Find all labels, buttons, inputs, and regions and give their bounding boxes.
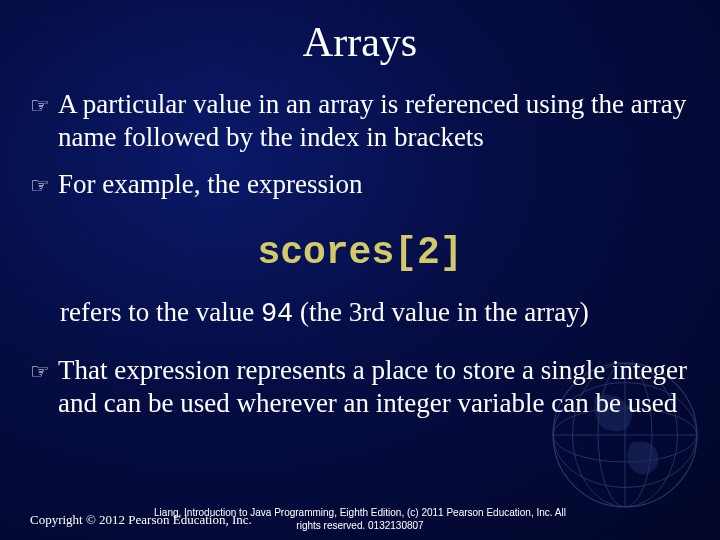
copyright-text: Copyright © 2012 Pearson Education, Inc. bbox=[30, 512, 252, 528]
slide-content: ☞ A particular value in an array is refe… bbox=[0, 66, 720, 419]
refer-prefix: refers to the value bbox=[60, 297, 261, 327]
slide-title: Arrays bbox=[0, 0, 720, 66]
bullet-text: A particular value in an array is refere… bbox=[58, 88, 690, 154]
bullet-text: For example, the expression bbox=[58, 168, 690, 201]
bullet-item: ☞ That expression represents a place to … bbox=[30, 354, 690, 420]
footer: Liang, Introduction to Java Programming,… bbox=[0, 507, 720, 532]
finger-icon: ☞ bbox=[30, 173, 50, 200]
bullet-item: ☞ For example, the expression bbox=[30, 168, 690, 201]
finger-icon: ☞ bbox=[30, 93, 50, 120]
refer-suffix: (the 3rd value in the array) bbox=[293, 297, 588, 327]
code-text: scores[2] bbox=[257, 231, 462, 274]
bullet-item: ☞ A particular value in an array is refe… bbox=[30, 88, 690, 154]
finger-icon: ☞ bbox=[30, 359, 50, 386]
refer-value: 94 bbox=[261, 299, 293, 329]
bullet-text: That expression represents a place to st… bbox=[58, 354, 690, 420]
code-example: scores[2] bbox=[30, 231, 690, 274]
refer-line: refers to the value 94 (the 3rd value in… bbox=[60, 296, 690, 332]
